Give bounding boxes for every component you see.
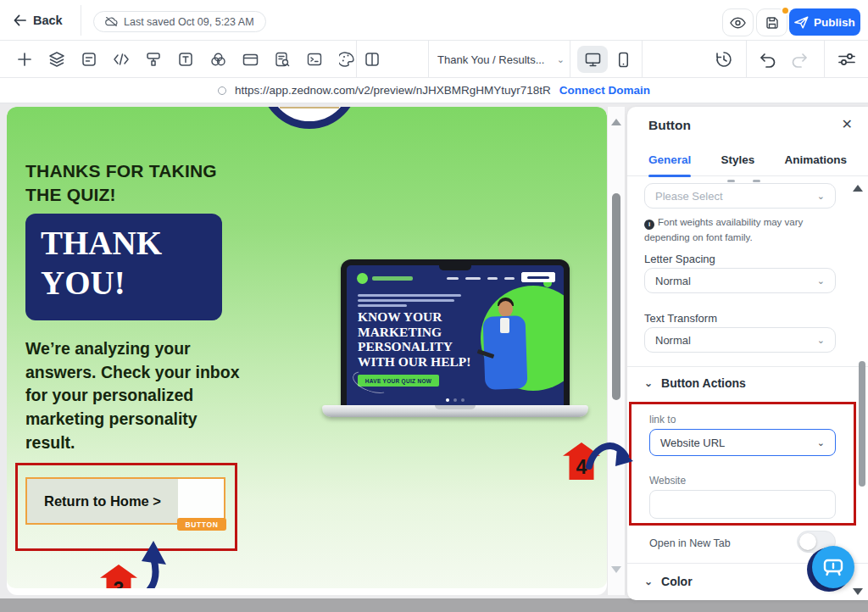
chat-bubble-icon <box>812 546 854 588</box>
annotation-box-link-settings <box>629 402 856 526</box>
last-saved-text: Last saved Oct 09, 5:23 AM <box>124 16 254 28</box>
scroll-down-arrow[interactable] <box>611 566 621 573</box>
text-transform-label: Text Transform <box>644 312 717 325</box>
last-saved-badge: Last saved Oct 09, 5:23 AM <box>93 11 266 32</box>
carousel-dots <box>446 398 465 402</box>
chat-launcher[interactable] <box>810 546 854 590</box>
editor-canvas: THANKS FOR TAKING THE QUIZ! THANK YOU! W… <box>7 107 607 595</box>
paint-roller-icon[interactable] <box>144 50 163 69</box>
return-home-button[interactable]: Return to Home > <box>27 479 178 523</box>
decorative-line <box>280 107 339 108</box>
card-icon[interactable] <box>241 50 259 69</box>
panel-title: Button <box>648 118 691 133</box>
mini-site-logo-text <box>372 276 413 281</box>
font-note-text: Font weights availability may vary depen… <box>644 217 803 242</box>
arrow-left-icon <box>14 14 26 26</box>
close-icon[interactable]: ✕ <box>842 116 853 132</box>
redo-button[interactable] <box>790 51 809 70</box>
send-icon <box>794 16 809 29</box>
cloud-off-icon <box>105 16 118 27</box>
page-selector-label: Thank You / Results... <box>437 53 544 66</box>
text-icon[interactable] <box>176 50 195 69</box>
shapes-icon[interactable] <box>209 50 227 69</box>
panel-scrollbar-thumb[interactable] <box>859 361 865 487</box>
button-actions-section[interactable]: ⌄ Button Actions <box>644 376 746 390</box>
divider <box>81 5 81 36</box>
globe-icon <box>218 86 226 95</box>
sliders-icon <box>837 51 856 68</box>
embed-code-icon[interactable] <box>305 50 324 69</box>
page-selector-dropdown[interactable]: Thank You / Results... ⌄ <box>437 41 565 78</box>
chevron-down-icon: ⌄ <box>817 335 825 346</box>
letter-spacing-label: Letter Spacing <box>644 253 715 265</box>
laptop-website: KNOW YOUR MARKETING PERSONALITY WITH OUR… <box>347 265 564 407</box>
mini-nav-cta-button <box>521 272 555 282</box>
tab-general[interactable]: General <box>648 144 691 176</box>
redo-icon <box>791 53 808 68</box>
history-icon[interactable] <box>715 50 733 69</box>
tab-animations[interactable]: Animations <box>784 144 847 176</box>
save-icon <box>765 16 779 30</box>
page-search-icon[interactable] <box>273 50 292 69</box>
page-heading[interactable]: THANKS FOR TAKING THE QUIZ! <box>25 159 254 207</box>
chevron-down-icon: ⌄ <box>644 377 653 389</box>
settings-sliders-button[interactable] <box>837 50 856 69</box>
panel-tabs: General Styles Animations <box>627 144 868 176</box>
mini-nav-item <box>465 277 481 280</box>
save-button[interactable] <box>756 8 787 36</box>
chevron-down-icon: ⌄ <box>557 54 565 65</box>
annotation-arrow-4 <box>585 436 634 476</box>
laptop-base <box>322 405 588 417</box>
split-columns-icon[interactable] <box>363 50 381 69</box>
chevron-down-icon: ⌄ <box>644 576 653 587</box>
text-transform-value: Normal <box>655 334 691 347</box>
layers-icon[interactable] <box>47 50 66 69</box>
font-weight-note: iFont weights availability may vary depe… <box>644 215 844 246</box>
color-section[interactable]: ⌄ Color <box>644 575 693 588</box>
text-transform-select[interactable]: Normal ⌄ <box>644 327 836 353</box>
clipped-content <box>753 180 760 182</box>
person-head <box>498 301 513 317</box>
publish-button[interactable]: Publish <box>789 8 860 36</box>
mobile-view-button[interactable] <box>611 46 635 73</box>
annotation-arrow-3 <box>119 539 171 588</box>
page-paragraph[interactable]: We’re analyzing your answers. Check your… <box>25 337 244 454</box>
back-button[interactable]: Back <box>14 10 63 31</box>
letter-spacing-value: Normal <box>655 275 691 287</box>
decorative-swirl <box>350 367 393 398</box>
tab-styles[interactable]: Styles <box>721 144 754 176</box>
preview-button[interactable] <box>722 8 754 36</box>
panel-scroll-up-arrow[interactable] <box>853 185 863 192</box>
mobile-icon <box>618 52 629 68</box>
thank-you-box[interactable]: THANK YOU! <box>25 214 222 320</box>
add-element-icon[interactable] <box>15 50 34 69</box>
selected-element-outline: Return to Home > BUTTON <box>25 477 225 525</box>
undo-button[interactable] <box>759 51 777 70</box>
laptop-notch <box>439 265 471 270</box>
divider <box>627 366 868 367</box>
return-home-label: Return to Home > <box>44 493 161 509</box>
back-label: Back <box>33 14 63 27</box>
person-shirt <box>500 318 509 333</box>
divider <box>356 41 357 78</box>
preview-url-bar: https://app.zednow.com/v2/preview/nJHXBM… <box>0 78 868 103</box>
form-icon[interactable] <box>80 50 98 69</box>
top-bar: Back Last saved Oct 09, 5:23 AM Publish <box>0 0 868 41</box>
letter-spacing-select[interactable]: Normal ⌄ <box>644 268 836 293</box>
chevron-down-icon: ⌄ <box>817 275 825 287</box>
chevron-down-icon: ⌄ <box>817 191 825 202</box>
divider <box>570 41 570 78</box>
canvas-scrollbar[interactable] <box>607 107 626 595</box>
code-icon[interactable] <box>112 50 131 69</box>
connect-domain-link[interactable]: Connect Domain <box>559 84 650 97</box>
desktop-icon <box>585 53 601 67</box>
font-weight-select[interactable]: Please Select ⌄ <box>644 183 836 209</box>
scroll-up-arrow[interactable] <box>611 119 621 125</box>
mini-paragraph-line <box>358 294 461 297</box>
desktop-view-button[interactable] <box>577 46 608 73</box>
button-actions-label: Button Actions <box>661 376 746 390</box>
preview-url: https://app.zednow.com/v2/preview/nJHXBM… <box>235 84 551 97</box>
palette-icon[interactable] <box>337 50 356 69</box>
laptop-screen: KNOW YOUR MARKETING PERSONALITY WITH OUR… <box>341 259 570 407</box>
scrollbar-thumb[interactable] <box>612 193 620 400</box>
